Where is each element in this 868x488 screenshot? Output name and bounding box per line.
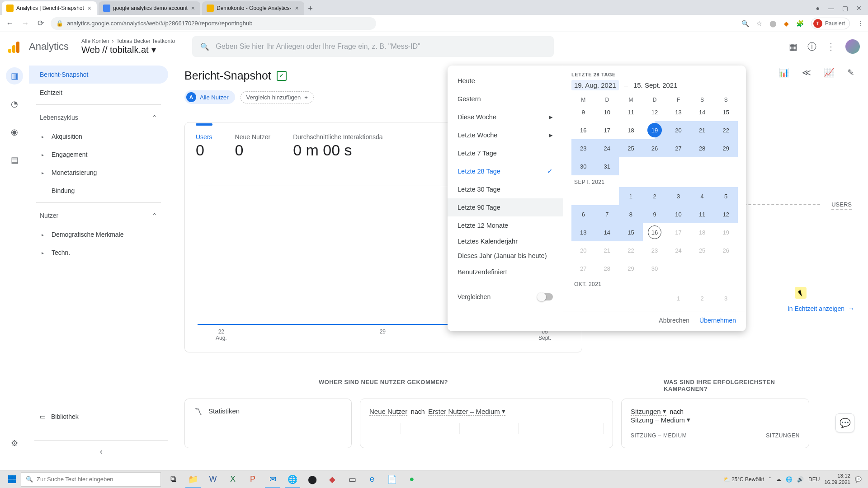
day[interactable]: 4 [690,187,714,205]
sidebar-item-engagement[interactable]: Engagement [29,145,168,164]
day[interactable]: 16 [571,121,595,139]
advertising-rail-icon[interactable]: ◉ [6,123,23,141]
network-icon[interactable]: 🌐 [786,476,793,483]
day[interactable]: 17 [595,121,619,139]
preset-year-to-date[interactable]: Dieses Jahr (Januar bis heute) [448,249,563,263]
day[interactable]: 11 [690,205,714,223]
range-from-input[interactable]: 19. Aug. 2021 [571,80,619,90]
sidebar-item-acquisition[interactable]: Akquisition [29,127,168,145]
day[interactable]: 20 [571,241,595,259]
insights-card[interactable]: 〽 Statistiken [184,399,352,448]
close-tab-icon[interactable]: × [87,5,92,12]
onedrive-icon[interactable]: ☁ [776,476,781,483]
minimize-icon[interactable]: — [828,5,834,12]
dimension-selector[interactable]: Sitzung – Medium ▾ [631,416,690,424]
preset-last-28-days[interactable]: Letzte 28 Tage✓ [448,162,563,180]
sidebar-item-retention[interactable]: Bindung [29,182,168,200]
close-window-icon[interactable]: ✕ [856,5,862,12]
spotify-icon[interactable]: ● [402,471,421,488]
segment-all-users[interactable]: A Alle Nutzer [184,90,235,104]
preset-yesterday[interactable]: Gestern [448,90,563,108]
day[interactable]: 2 [643,187,667,205]
day[interactable]: 14 [595,223,619,241]
reports-rail-icon[interactable]: ▥ [6,67,23,84]
reload-icon[interactable]: ⟳ [35,19,46,28]
day-today[interactable]: 16 [643,223,667,241]
new-tab-button[interactable]: + [304,2,317,15]
day[interactable]: 30 [571,157,595,175]
cancel-button[interactable]: Abbrechen [659,317,689,324]
day[interactable]: 21 [595,241,619,259]
extension-icon[interactable]: ⬤ [769,20,777,27]
day[interactable]: 23 [571,139,595,157]
dimension-selector[interactable]: Erster Nutzer – Medium ▾ [428,407,505,416]
sidebar-item-snapshot[interactable]: Bericht-Snapshot [29,66,168,84]
day[interactable]: 22 [714,121,738,139]
configure-rail-icon[interactable]: ▤ [6,151,23,169]
day[interactable]: 30 [643,259,667,277]
browser-tab[interactable]: google analytics demo account × [99,1,200,15]
day[interactable]: 9 [571,103,595,121]
explore-rail-icon[interactable]: ◔ [6,95,23,113]
metric-tab-engagement[interactable]: Durchschnittliche Interaktionsda 0 m 00 … [293,133,382,159]
preset-last-week[interactable]: Letzte Woche▸ [448,126,563,144]
apply-button[interactable]: Übernehmen [699,317,736,324]
metric-tab-users[interactable]: Users 0 [196,133,212,159]
day[interactable]: 28 [595,259,619,277]
day[interactable]: 20 [666,121,690,139]
day-range-start[interactable]: 19 [643,121,667,139]
day[interactable]: 10 [666,205,690,223]
day[interactable]: 6 [571,205,595,223]
day[interactable]: 12 [714,205,738,223]
notepad-icon[interactable]: 📄 [382,471,401,488]
maximize-icon[interactable]: ▢ [842,5,848,12]
preset-custom[interactable]: Benutzerdefiniert [448,263,563,281]
day[interactable]: 25 [619,139,643,157]
extension-icon[interactable]: ◆ [784,20,789,27]
day[interactable]: 31 [595,157,619,175]
clock[interactable]: 13:12 16.09.2021 [824,473,850,486]
more-icon[interactable]: ⋮ [826,41,835,52]
day[interactable]: 17 [666,223,690,241]
obs-icon[interactable]: ⬤ [303,471,322,488]
browser-tab[interactable]: Demokonto - Google Analytics- × [202,1,304,15]
grid-icon[interactable]: ▦ [789,41,797,52]
day[interactable]: 12 [643,103,667,121]
circle-icon[interactable]: ● [816,5,820,12]
sidebar-group-lifecycle[interactable]: Lebenszyklus⌃ [29,108,168,127]
day[interactable]: 23 [643,241,667,259]
mail-icon[interactable]: ✉ [263,471,282,488]
day[interactable]: 13 [571,223,595,241]
notifications-icon[interactable]: 💬 [855,476,862,483]
day[interactable]: 10 [595,103,619,121]
edge-icon[interactable]: e [363,471,382,488]
day[interactable]: 25 [690,241,714,259]
extensions-icon[interactable]: 🧩 [796,20,804,27]
preset-last-12-months[interactable]: Letzte 12 Monate [448,216,563,235]
browser-tab-active[interactable]: Analytics | Bericht-Snapshot × [2,1,97,15]
sidebar-library[interactable]: ▭ Bibliothek [29,413,174,420]
help-icon[interactable]: ⓘ [807,41,816,53]
range-to-input[interactable]: 15. Sept. 2021 [633,81,678,89]
preset-last-90-days[interactable]: Letzte 90 Tage [448,198,563,216]
excel-icon[interactable]: X [223,471,242,488]
day[interactable]: 28 [690,139,714,157]
start-button[interactable] [3,472,21,487]
collapse-sidebar-button[interactable]: ‹ [34,440,168,456]
chrome-icon[interactable]: 🌐 [283,471,302,488]
day[interactable]: 11 [619,103,643,121]
preset-this-week[interactable]: Diese Woche▸ [448,108,563,126]
search-input[interactable]: 🔍 Geben Sie hier Ihr Anliegen oder Ihre … [192,36,554,57]
close-tab-icon[interactable]: × [190,5,196,12]
star-icon[interactable]: ☆ [756,20,762,27]
day[interactable]: 1 [619,187,643,205]
forward-icon[interactable]: → [20,19,31,28]
sidebar-item-tech[interactable]: Techn. [29,244,168,262]
day[interactable]: 3 [714,289,738,307]
preset-last-30-days[interactable]: Letzte 30 Tage [448,180,563,198]
customize-icon[interactable]: 📊 [778,67,789,78]
sidebar-item-monetization[interactable]: Monetarisierung [29,164,168,182]
insights-icon[interactable]: 📈 [824,67,835,78]
day[interactable]: 15 [714,103,738,121]
day[interactable]: 26 [714,241,738,259]
